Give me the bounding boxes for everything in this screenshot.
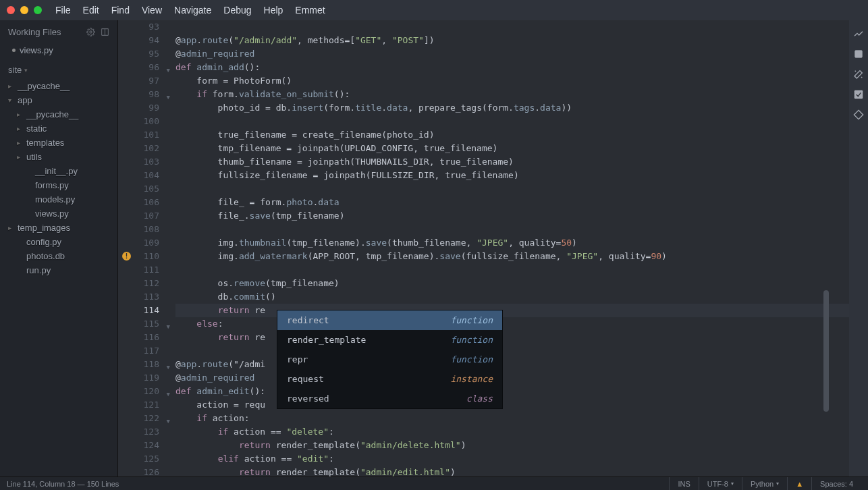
code-line[interactable]: photo_id = db.insert(form.title.data, pr…	[175, 101, 849, 115]
line-number: 106	[118, 196, 175, 209]
code-line[interactable]: form = PhotoForm()	[175, 74, 849, 88]
line-number: 93	[118, 20, 175, 34]
line-number: 120▼	[118, 385, 175, 398]
gear-icon[interactable]	[86, 28, 95, 36]
line-number: 105	[118, 182, 175, 196]
tag-icon[interactable]	[853, 109, 864, 120]
menu-emmet[interactable]: Emmet	[295, 5, 325, 16]
tree-item[interactable]: ▾app	[3, 93, 117, 107]
tree-item[interactable]: __init__.py	[3, 164, 117, 178]
close-window-icon[interactable]	[7, 6, 15, 14]
line-number: 107	[118, 209, 175, 223]
line-number: 112	[118, 277, 175, 290]
line-number: 113	[118, 290, 175, 304]
code-line[interactable]: file_ = form.photo.data	[175, 196, 849, 209]
tree-item[interactable]: forms.py	[3, 178, 117, 192]
tree-item[interactable]: ▸temp_images	[3, 221, 117, 235]
tree-item[interactable]: models.py	[3, 192, 117, 207]
line-number: 103	[118, 155, 175, 169]
tree-item[interactable]: ▸__pycache__	[3, 79, 117, 93]
live-preview-icon[interactable]	[853, 28, 864, 39]
code-line[interactable]	[175, 115, 849, 128]
code-line[interactable]	[175, 223, 849, 236]
line-number: 119	[118, 371, 175, 385]
working-files-header: Working Files	[0, 20, 117, 43]
tree-item[interactable]: ▸__pycache__	[3, 107, 117, 121]
line-number: 126	[118, 466, 175, 479]
code-line[interactable]	[175, 263, 849, 277]
autocomplete-item[interactable]: reprfunction	[277, 350, 502, 369]
menu-help[interactable]: Help	[264, 5, 283, 16]
code-line[interactable]: thumb_filename = joinpath(THUMBNAILS_DIR…	[175, 155, 849, 169]
main-menu: FileEditFindViewNavigateDebugHelpEmmet	[55, 5, 325, 16]
split-view-icon[interactable]	[101, 28, 109, 36]
code-line[interactable]: def admin_add():	[175, 61, 849, 74]
tree-item[interactable]: config.py	[3, 235, 117, 249]
working-file-item[interactable]: views.py	[0, 43, 117, 58]
code-line[interactable]: img.thumbnail(tmp_filename).save(thumb_f…	[175, 236, 849, 250]
svg-point-0	[90, 31, 92, 33]
menu-edit[interactable]: Edit	[83, 5, 99, 16]
menu-debug[interactable]: Debug	[223, 5, 251, 16]
tree-item[interactable]: photos.db	[3, 249, 117, 263]
code-line[interactable]: tmp_filename = joinpath(UPLOAD_CONFIG, t…	[175, 142, 849, 155]
svg-rect-3	[855, 51, 863, 58]
minimize-window-icon[interactable]	[20, 6, 28, 14]
encoding[interactable]: UTF-8 ▾	[699, 477, 742, 490]
autocomplete-item[interactable]: reversedclass	[277, 389, 502, 408]
line-number: 122▼	[118, 412, 175, 425]
zoom-window-icon[interactable]	[34, 6, 42, 14]
code-line[interactable]: os.remove(tmp_filename)	[175, 277, 849, 290]
autocomplete-item[interactable]: render_templatefunction	[277, 330, 502, 350]
line-number: 118▼	[118, 358, 175, 371]
code-line[interactable]: if form.validate_on_submit():	[175, 88, 849, 101]
sidebar: Working Files views.py site ▾ ▸__pycache…	[0, 20, 118, 477]
lint-status[interactable]: ▲	[787, 477, 811, 490]
code-line[interactable]: return render_template("admin/delete.htm…	[175, 439, 849, 452]
project-name: site	[8, 65, 22, 75]
menu-navigate[interactable]: Navigate	[174, 5, 211, 16]
line-number: 95	[118, 47, 175, 61]
code-line[interactable]: @admin_required	[175, 47, 849, 61]
autocomplete-item[interactable]: redirectfunction	[277, 310, 502, 330]
line-number: 110!	[118, 250, 175, 263]
line-number: 97	[118, 74, 175, 88]
code-line[interactable]	[175, 182, 849, 196]
magic-wand-icon[interactable]	[853, 69, 864, 80]
tree-item[interactable]: ▸utils	[3, 150, 117, 164]
check-icon[interactable]	[853, 89, 864, 100]
menu-file[interactable]: File	[55, 5, 71, 16]
tree-item[interactable]: ▸templates	[3, 136, 117, 150]
autocomplete-item[interactable]: requestinstance	[277, 369, 502, 389]
code-line[interactable]: return render_template("admin/edit.html"…	[175, 466, 849, 477]
language-mode[interactable]: Python ▾	[742, 477, 787, 490]
tree-item[interactable]: ▸static	[3, 121, 117, 136]
insert-mode[interactable]: INS	[669, 477, 698, 490]
line-number: 102	[118, 142, 175, 155]
line-number: 121	[118, 398, 175, 412]
code-line[interactable]: if action:	[175, 412, 849, 425]
menu-find[interactable]: Find	[111, 5, 130, 16]
line-number-gutter: 93949596▼9798▼99100101102103104105106107…	[118, 20, 175, 477]
code-line[interactable]: file_.save(tmp_filename)	[175, 209, 849, 223]
code-line[interactable]: if action == "delete":	[175, 425, 849, 439]
extension-icon[interactable]	[853, 49, 864, 59]
menu-view[interactable]: View	[142, 5, 162, 16]
indent-mode[interactable]: Spaces: 4	[811, 477, 861, 490]
line-number: 115▼	[118, 317, 175, 331]
project-header[interactable]: site ▾	[0, 58, 117, 79]
code-line[interactable]: fullsize_filename = joinpath(FULLSIZE_DI…	[175, 169, 849, 182]
tree-item[interactable]: views.py	[3, 207, 117, 221]
line-number: 108	[118, 223, 175, 236]
window-controls	[7, 6, 42, 14]
vertical-scrollbar[interactable]	[822, 20, 830, 477]
code-line[interactable]: @app.route("/admin/add", methods=["GET",…	[175, 34, 849, 47]
code-line[interactable]: db.commit()	[175, 290, 849, 304]
code-line[interactable]	[175, 20, 849, 34]
code-line[interactable]: elif action == "edit":	[175, 452, 849, 466]
working-files-title: Working Files	[8, 27, 61, 37]
tree-item[interactable]: run.py	[3, 263, 117, 277]
code-line[interactable]: true_filename = create_filename(photo_id…	[175, 128, 849, 142]
autocomplete-popup[interactable]: redirectfunctionrender_templatefunctionr…	[277, 310, 503, 409]
code-line[interactable]: img.add_watermark(APP_ROOT, tmp_filename…	[175, 250, 849, 263]
